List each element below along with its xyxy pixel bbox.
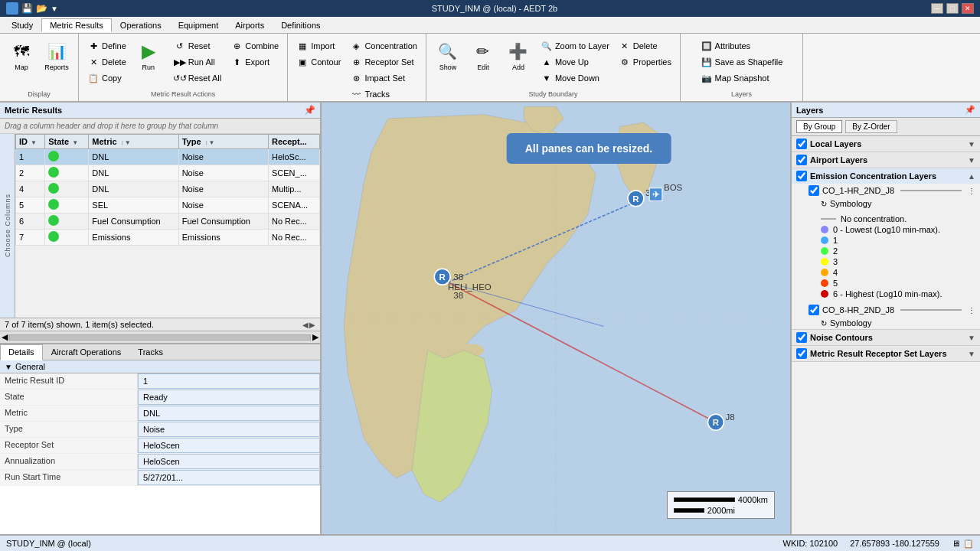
metric-receptor-expand[interactable]: ▼ (968, 350, 975, 358)
hscroll-left[interactable]: ◀ (2, 332, 8, 342)
move-up-button[interactable]: ▲Move Up (537, 54, 613, 70)
delete-button[interactable]: ✕Delete (83, 54, 130, 70)
export-button[interactable]: ⬆Export (227, 54, 283, 70)
emission-layers-expand[interactable]: ▲ (968, 172, 975, 181)
contour-button[interactable]: ▣Contour (292, 54, 345, 70)
metric-receptor-header[interactable]: Metric Result Receptor Set Layers ▼ (792, 346, 980, 361)
save-shapefile-button[interactable]: 💾Save as Shapefile (697, 54, 787, 70)
quick-access-arrow[interactable]: ▼ (51, 5, 58, 13)
copy-button[interactable]: 📋Copy (83, 70, 130, 86)
sort-metric[interactable]: ↕ (121, 139, 124, 146)
co8-checkbox[interactable] (808, 305, 819, 315)
tab-by-z-order[interactable]: By Z-Order (845, 120, 897, 133)
maximize-button[interactable]: □ (946, 3, 959, 14)
col-metric[interactable]: Metric ↕▼ (89, 135, 178, 149)
col-state[interactable]: State ▼ (45, 135, 89, 149)
noise-contours-expand[interactable]: ▼ (968, 334, 975, 342)
tab-tracks[interactable]: Tracks (129, 344, 172, 360)
filter-metric[interactable]: ▼ (125, 139, 131, 146)
filter-state[interactable]: ▼ (72, 139, 78, 146)
noise-contours-checkbox[interactable] (796, 332, 807, 343)
sort-type[interactable]: ↕ (205, 139, 208, 146)
table-row[interactable]: 5 SEL Noise SCENA... (16, 197, 320, 214)
menu-tab-metric-results[interactable]: Metric Results (41, 18, 112, 32)
hscroll-track[interactable] (9, 334, 311, 341)
map-button[interactable]: 🗺 Map (5, 37, 38, 73)
status-icon-2[interactable]: 📋 (963, 539, 974, 549)
close-button[interactable]: ✕ (962, 3, 974, 14)
metric-receptor-checkbox[interactable] (796, 348, 807, 359)
menu-tab-study[interactable]: Study (3, 18, 41, 32)
co1-scroll[interactable]: ⋮ (968, 187, 975, 195)
reset-all-button[interactable]: ↺↺Reset All (170, 70, 225, 86)
noise-contours-header[interactable]: Noise Contours ▼ (792, 330, 980, 345)
define-button[interactable]: ✚Define (83, 38, 130, 54)
menu-tab-airports[interactable]: Airports (227, 18, 273, 32)
filter-type[interactable]: ▼ (209, 139, 215, 146)
pin-button[interactable]: 📌 (304, 105, 315, 116)
table-row[interactable]: 6 Fuel Consumption Fuel Consumption No R… (16, 214, 320, 230)
co1-checkbox[interactable] (808, 185, 819, 196)
table-scroll-area[interactable]: ID ▼ State ▼ Metric ↕▼ Type ↕▼ Recept...… (15, 134, 320, 318)
emission-layers-checkbox[interactable] (796, 171, 807, 181)
impact-set-button[interactable]: ⊛Impact Set (346, 70, 421, 86)
tab-aircraft-operations[interactable]: Aircraft Operations (43, 344, 130, 360)
quick-access-open[interactable]: 📂 (36, 3, 47, 14)
combine-button[interactable]: ⊕Combine (227, 38, 283, 54)
table-row[interactable]: 2 DNL Noise SCEN_... (16, 165, 320, 181)
show-button[interactable]: 🔍 Show (431, 37, 465, 73)
zoom-to-layer-button[interactable]: 🔍Zoom to Layer (537, 38, 613, 54)
co8-symbology-toggle[interactable]: ↻ Symbology (792, 317, 980, 329)
boundary-delete-button[interactable]: ✕Delete (615, 38, 675, 54)
co8-scroll[interactable]: ⋮ (968, 306, 975, 315)
tab-by-group[interactable]: By Group (796, 120, 842, 133)
properties-button[interactable]: ⚙Properties (615, 54, 675, 70)
menu-tab-operations[interactable]: Operations (112, 18, 170, 32)
horizontal-scroll[interactable]: ◀ ▶ (0, 331, 320, 343)
tracks-button[interactable]: 〰Tracks (346, 86, 421, 102)
local-layers-header[interactable]: Local Layers ▼ (792, 136, 980, 152)
table-row[interactable]: 1 DNL Noise HeloSc... (16, 149, 320, 165)
filter-id[interactable]: ▼ (31, 139, 37, 146)
table-row[interactable]: 7 Emissions Emissions No Rec... (16, 230, 320, 246)
reset-button[interactable]: ↺Reset (170, 38, 225, 54)
move-down-button[interactable]: ▼Move Down (537, 70, 613, 86)
menu-tab-equipment[interactable]: Equipment (170, 18, 227, 32)
menu-tab-definitions[interactable]: Definitions (273, 18, 328, 32)
map-snapshot-button[interactable]: 📷Map Snapshot (697, 70, 787, 86)
col-receptor[interactable]: Recept... (269, 135, 320, 149)
col-id[interactable]: ID ▼ (16, 135, 45, 149)
table-row[interactable]: 4 DNL Noise Multip... (16, 181, 320, 197)
general-section-header[interactable]: ▼ General (0, 360, 320, 373)
col-type[interactable]: Type ↕▼ (178, 135, 268, 149)
choose-columns-panel[interactable]: Choose Columns (0, 134, 15, 318)
attributes-button[interactable]: 🔲Attributes (697, 38, 787, 54)
hscroll-right[interactable]: ▶ (312, 332, 318, 342)
receptor-set-button[interactable]: ⊕Receptor Set (346, 54, 421, 70)
edit-button[interactable]: ✏ Edit (466, 37, 500, 73)
add-button[interactable]: ➕ Add (501, 37, 535, 73)
snapshot-icon: 📷 (701, 72, 713, 84)
airport-layers-checkbox[interactable] (796, 155, 807, 165)
reports-button[interactable]: 📊 Reports (40, 37, 74, 73)
scroll-right[interactable]: ▶ (309, 321, 315, 329)
right-panel: Layers 📌 By Group By Z-Order Local Layer… (790, 103, 980, 534)
airport-layers-header[interactable]: Airport Layers ▼ (792, 152, 980, 168)
quick-access-save[interactable]: 💾 (21, 3, 33, 14)
status-icon-1[interactable]: 🖥 (952, 539, 960, 549)
run-button[interactable]: ▶ Run (132, 37, 165, 73)
map-area[interactable]: R 38 HELI_HEO 38 R 38 ✈ BOS R (322, 103, 790, 534)
co1-symbology-toggle[interactable]: ↻ Symbology (792, 197, 980, 210)
layers-pin[interactable]: 📌 (965, 105, 975, 115)
scroll-left[interactable]: ◀ (302, 321, 309, 329)
import-button[interactable]: ▦Import (292, 38, 345, 54)
local-layers-checkbox[interactable] (796, 139, 807, 149)
cell-state (45, 149, 89, 165)
tab-details[interactable]: Details (0, 344, 43, 360)
concentration-button[interactable]: ◈Concentration (346, 38, 421, 54)
minimize-button[interactable]: — (931, 3, 943, 14)
local-layers-expand[interactable]: ▼ (968, 140, 975, 148)
run-all-button[interactable]: ▶▶Run All (170, 54, 225, 70)
emission-layers-header[interactable]: Emission Concentration Layers ▲ (792, 168, 980, 184)
airport-layers-expand[interactable]: ▼ (968, 156, 975, 165)
